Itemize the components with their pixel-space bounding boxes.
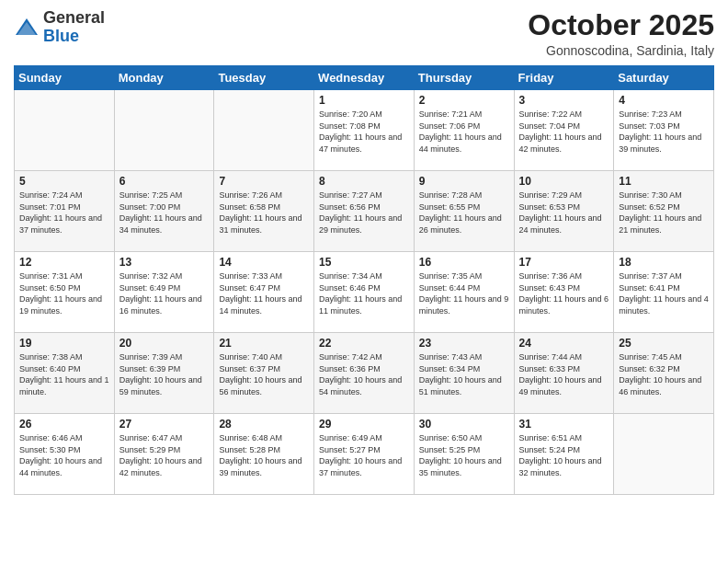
day-number: 18 xyxy=(619,256,709,269)
day-info: Sunrise: 7:20 AM Sunset: 7:08 PM Dayligh… xyxy=(319,109,409,155)
day-number: 12 xyxy=(19,256,109,269)
calendar-week-row: 5Sunrise: 7:24 AM Sunset: 7:01 PM Daylig… xyxy=(15,171,714,252)
table-row: 21Sunrise: 7:40 AM Sunset: 6:37 PM Dayli… xyxy=(214,333,314,414)
day-number: 25 xyxy=(619,337,709,350)
day-info: Sunrise: 6:48 AM Sunset: 5:28 PM Dayligh… xyxy=(219,432,309,478)
day-number: 31 xyxy=(519,418,609,431)
page-header: General Blue October 2025 Gonnoscodina, … xyxy=(14,9,714,58)
table-row: 13Sunrise: 7:32 AM Sunset: 6:49 PM Dayli… xyxy=(114,252,214,333)
day-number: 27 xyxy=(119,418,210,431)
table-row: 30Sunrise: 6:50 AM Sunset: 5:25 PM Dayli… xyxy=(414,414,514,495)
day-info: Sunrise: 7:25 AM Sunset: 7:00 PM Dayligh… xyxy=(119,190,210,236)
day-info: Sunrise: 7:29 AM Sunset: 6:53 PM Dayligh… xyxy=(519,190,609,236)
table-row: 5Sunrise: 7:24 AM Sunset: 7:01 PM Daylig… xyxy=(15,171,115,252)
table-row: 14Sunrise: 7:33 AM Sunset: 6:47 PM Dayli… xyxy=(214,252,314,333)
col-saturday: Saturday xyxy=(614,66,714,90)
day-number: 8 xyxy=(319,175,409,188)
table-row: 23Sunrise: 7:43 AM Sunset: 6:34 PM Dayli… xyxy=(414,333,514,414)
calendar-week-row: 26Sunrise: 6:46 AM Sunset: 5:30 PM Dayli… xyxy=(15,414,714,495)
day-info: Sunrise: 7:26 AM Sunset: 6:58 PM Dayligh… xyxy=(219,190,309,236)
day-number: 17 xyxy=(519,256,609,269)
col-sunday: Sunday xyxy=(15,66,115,90)
table-row: 1Sunrise: 7:20 AM Sunset: 7:08 PM Daylig… xyxy=(314,90,415,171)
logo-blue: Blue xyxy=(43,27,79,45)
table-row: 4Sunrise: 7:23 AM Sunset: 7:03 PM Daylig… xyxy=(614,90,714,171)
col-friday: Friday xyxy=(514,66,614,90)
day-info: Sunrise: 7:34 AM Sunset: 6:46 PM Dayligh… xyxy=(319,270,409,316)
table-row: 16Sunrise: 7:35 AM Sunset: 6:44 PM Dayli… xyxy=(414,252,514,333)
col-wednesday: Wednesday xyxy=(314,66,415,90)
day-number: 30 xyxy=(419,418,509,431)
day-info: Sunrise: 6:50 AM Sunset: 5:25 PM Dayligh… xyxy=(419,432,509,478)
day-info: Sunrise: 7:35 AM Sunset: 6:44 PM Dayligh… xyxy=(419,270,509,316)
day-info: Sunrise: 7:28 AM Sunset: 6:55 PM Dayligh… xyxy=(419,190,509,236)
logo: General Blue xyxy=(14,9,105,46)
day-info: Sunrise: 7:40 AM Sunset: 6:37 PM Dayligh… xyxy=(219,351,309,397)
col-thursday: Thursday xyxy=(414,66,514,90)
table-row: 24Sunrise: 7:44 AM Sunset: 6:33 PM Dayli… xyxy=(514,333,614,414)
day-info: Sunrise: 7:42 AM Sunset: 6:36 PM Dayligh… xyxy=(319,351,409,397)
table-row: 12Sunrise: 7:31 AM Sunset: 6:50 PM Dayli… xyxy=(15,252,115,333)
calendar-week-row: 12Sunrise: 7:31 AM Sunset: 6:50 PM Dayli… xyxy=(15,252,714,333)
day-number: 13 xyxy=(119,256,210,269)
table-row: 31Sunrise: 6:51 AM Sunset: 5:24 PM Dayli… xyxy=(514,414,614,495)
table-row: 6Sunrise: 7:25 AM Sunset: 7:00 PM Daylig… xyxy=(114,171,214,252)
day-number: 4 xyxy=(619,94,709,107)
calendar-table: Sunday Monday Tuesday Wednesday Thursday… xyxy=(14,65,714,495)
day-number: 20 xyxy=(119,337,210,350)
day-info: Sunrise: 7:38 AM Sunset: 6:40 PM Dayligh… xyxy=(19,351,109,397)
day-number: 21 xyxy=(219,337,309,350)
day-info: Sunrise: 7:44 AM Sunset: 6:33 PM Dayligh… xyxy=(519,351,609,397)
location: Gonnoscodina, Sardinia, Italy xyxy=(528,43,714,58)
day-info: Sunrise: 6:49 AM Sunset: 5:27 PM Dayligh… xyxy=(319,432,409,478)
table-row xyxy=(214,90,314,171)
day-number: 11 xyxy=(619,175,709,188)
day-number: 16 xyxy=(419,256,509,269)
table-row xyxy=(614,414,714,495)
table-row: 3Sunrise: 7:22 AM Sunset: 7:04 PM Daylig… xyxy=(514,90,614,171)
day-number: 14 xyxy=(219,256,309,269)
day-number: 3 xyxy=(519,94,609,107)
table-row xyxy=(114,90,214,171)
day-info: Sunrise: 7:31 AM Sunset: 6:50 PM Dayligh… xyxy=(19,270,109,316)
table-row: 8Sunrise: 7:27 AM Sunset: 6:56 PM Daylig… xyxy=(314,171,415,252)
day-info: Sunrise: 6:46 AM Sunset: 5:30 PM Dayligh… xyxy=(19,432,109,478)
day-info: Sunrise: 7:21 AM Sunset: 7:06 PM Dayligh… xyxy=(419,109,509,155)
table-row: 28Sunrise: 6:48 AM Sunset: 5:28 PM Dayli… xyxy=(214,414,314,495)
table-row: 10Sunrise: 7:29 AM Sunset: 6:53 PM Dayli… xyxy=(514,171,614,252)
calendar-header-row: Sunday Monday Tuesday Wednesday Thursday… xyxy=(15,66,714,90)
table-row: 2Sunrise: 7:21 AM Sunset: 7:06 PM Daylig… xyxy=(414,90,514,171)
day-info: Sunrise: 6:47 AM Sunset: 5:29 PM Dayligh… xyxy=(119,432,210,478)
day-number: 23 xyxy=(419,337,509,350)
day-number: 10 xyxy=(519,175,609,188)
day-number: 15 xyxy=(319,256,409,269)
day-info: Sunrise: 7:36 AM Sunset: 6:43 PM Dayligh… xyxy=(519,270,609,316)
calendar-week-row: 1Sunrise: 7:20 AM Sunset: 7:08 PM Daylig… xyxy=(15,90,714,171)
day-number: 5 xyxy=(19,175,109,188)
table-row: 26Sunrise: 6:46 AM Sunset: 5:30 PM Dayli… xyxy=(15,414,115,495)
day-number: 29 xyxy=(319,418,409,431)
day-info: Sunrise: 7:30 AM Sunset: 6:52 PM Dayligh… xyxy=(619,190,709,236)
table-row: 17Sunrise: 7:36 AM Sunset: 6:43 PM Dayli… xyxy=(514,252,614,333)
day-number: 28 xyxy=(219,418,309,431)
day-info: Sunrise: 7:43 AM Sunset: 6:34 PM Dayligh… xyxy=(419,351,509,397)
title-block: October 2025 Gonnoscodina, Sardinia, Ita… xyxy=(528,9,714,58)
day-number: 9 xyxy=(419,175,509,188)
col-monday: Monday xyxy=(114,66,214,90)
day-info: Sunrise: 7:33 AM Sunset: 6:47 PM Dayligh… xyxy=(219,270,309,316)
day-number: 2 xyxy=(419,94,509,107)
day-info: Sunrise: 7:45 AM Sunset: 6:32 PM Dayligh… xyxy=(619,351,709,397)
table-row: 18Sunrise: 7:37 AM Sunset: 6:41 PM Dayli… xyxy=(614,252,714,333)
day-number: 22 xyxy=(319,337,409,350)
table-row: 20Sunrise: 7:39 AM Sunset: 6:39 PM Dayli… xyxy=(114,333,214,414)
day-number: 19 xyxy=(19,337,109,350)
logo-icon xyxy=(14,15,40,40)
day-info: Sunrise: 7:27 AM Sunset: 6:56 PM Dayligh… xyxy=(319,190,409,236)
col-tuesday: Tuesday xyxy=(214,66,314,90)
day-number: 7 xyxy=(219,175,309,188)
day-info: Sunrise: 6:51 AM Sunset: 5:24 PM Dayligh… xyxy=(519,432,609,478)
day-info: Sunrise: 7:39 AM Sunset: 6:39 PM Dayligh… xyxy=(119,351,210,397)
day-info: Sunrise: 7:22 AM Sunset: 7:04 PM Dayligh… xyxy=(519,109,609,155)
logo-text: General Blue xyxy=(43,9,105,46)
table-row: 29Sunrise: 6:49 AM Sunset: 5:27 PM Dayli… xyxy=(314,414,415,495)
